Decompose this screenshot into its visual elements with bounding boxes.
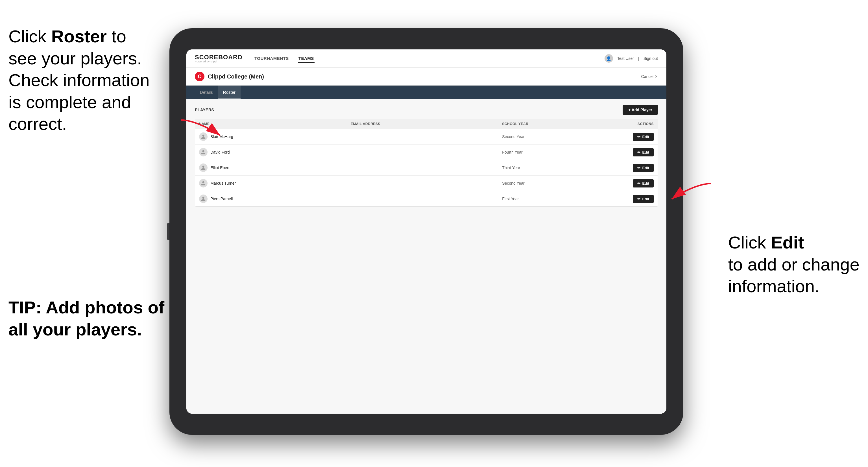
tablet-side-button [167, 223, 169, 240]
player-school-year: First Year [502, 196, 578, 201]
table-row: Marcus Turner Second Year ✏ Edit [195, 176, 658, 191]
edit-label: Edit [642, 150, 649, 154]
players-section: PLAYERS + Add Player NAME EMAIL ADDRESS … [186, 99, 666, 212]
player-name-cell: Piers Parnell [199, 194, 351, 203]
add-player-button[interactable]: + Add Player [623, 105, 658, 115]
user-text: Test User [617, 56, 634, 61]
avatar-icon [201, 165, 206, 170]
tablet-device: SCOREBOARD Powered by clippi TOURNAMENTS… [169, 28, 683, 435]
player-name: David Ford [210, 150, 229, 154]
player-avatar [199, 179, 208, 187]
table-row: Elliot Ebert Third Year ✏ Edit [195, 160, 658, 176]
user-icon: 👤 [604, 54, 613, 63]
roster-bold: Roster [52, 27, 107, 46]
team-title-left: C Clippd College (Men) [195, 72, 264, 81]
actions-cell: ✏ Edit [578, 179, 654, 187]
table-row: Blair McHarg Second Year ✏ Edit [195, 129, 658, 145]
player-name-cell: Marcus Turner [199, 179, 351, 187]
sign-out-link[interactable]: Sign out [644, 56, 658, 61]
edit-button[interactable]: ✏ Edit [633, 133, 654, 141]
team-title-bar: C Clippd College (Men) Cancel ✕ [186, 68, 666, 86]
scoreboard-logo: SCOREBOARD Powered by clippi [195, 54, 243, 63]
instruction-right: Click Editto add or changeinformation. [728, 231, 860, 297]
edit-bold: Edit [771, 232, 804, 252]
instruction-left: Click Roster tosee your players.Check in… [8, 25, 150, 135]
player-avatar [199, 148, 208, 156]
player-school-year: Fourth Year [502, 150, 578, 154]
pencil-icon: ✏ [637, 150, 641, 154]
tablet-screen: SCOREBOARD Powered by clippi TOURNAMENTS… [186, 50, 666, 414]
players-header: PLAYERS + Add Player [195, 105, 658, 115]
nav-teams[interactable]: TEAMS [298, 55, 315, 63]
cancel-button[interactable]: Cancel ✕ [641, 74, 658, 79]
actions-cell: ✏ Edit [578, 148, 654, 156]
pink-arrow-edit [669, 181, 714, 203]
col-email: EMAIL ADDRESS [351, 122, 502, 126]
edit-label: Edit [642, 197, 649, 201]
table-row: Piers Parnell First Year ✏ Edit [195, 191, 658, 207]
player-avatar [199, 163, 208, 172]
edit-button[interactable]: ✏ Edit [633, 195, 654, 203]
avatar-icon [201, 150, 206, 155]
pencil-icon: ✏ [637, 181, 641, 186]
edit-label: Edit [642, 166, 649, 170]
player-school-year: Second Year [502, 134, 578, 139]
logo-sub-text: Powered by clippi [195, 60, 243, 63]
player-name-cell: Elliot Ebert [199, 163, 351, 172]
player-name: Piers Parnell [210, 196, 233, 201]
header-right: 👤 Test User | Sign out [604, 54, 658, 63]
player-name: Marcus Turner [210, 181, 236, 186]
nav-tournaments[interactable]: TOURNAMENTS [254, 55, 289, 63]
edit-button[interactable]: ✏ Edit [633, 179, 654, 187]
pink-arrow-roster [178, 117, 223, 140]
actions-cell: ✏ Edit [578, 195, 654, 203]
col-actions: ACTIONS [578, 122, 654, 126]
tabs-bar: Details Roster [186, 86, 666, 99]
player-school-year: Second Year [502, 181, 578, 186]
edit-button[interactable]: ✏ Edit [633, 164, 654, 172]
pencil-icon: ✏ [637, 197, 641, 201]
player-school-year: Third Year [502, 165, 578, 170]
app-header: SCOREBOARD Powered by clippi TOURNAMENTS… [186, 50, 666, 68]
page-wrapper: Click Roster tosee your players.Check in… [0, 0, 868, 467]
actions-cell: ✏ Edit [578, 164, 654, 172]
edit-label: Edit [642, 135, 649, 139]
table-header: NAME EMAIL ADDRESS SCHOOL YEAR ACTIONS [195, 119, 658, 129]
edit-button[interactable]: ✏ Edit [633, 148, 654, 156]
pencil-icon: ✏ [637, 135, 641, 139]
tip-text: TIP: Add photos ofall your players. [8, 297, 164, 340]
header-left: SCOREBOARD Powered by clippi TOURNAMENTS… [195, 54, 315, 63]
edit-label: Edit [642, 181, 649, 186]
player-name: Elliot Ebert [210, 165, 229, 170]
team-logo: C [195, 72, 205, 81]
players-label: PLAYERS [195, 107, 214, 112]
pencil-icon: ✏ [637, 166, 641, 170]
player-name-cell: David Ford [199, 148, 351, 156]
col-school-year: SCHOOL YEAR [502, 122, 578, 126]
header-nav: TOURNAMENTS TEAMS [254, 55, 315, 63]
team-name: Clippd College (Men) [208, 73, 264, 80]
actions-cell: ✏ Edit [578, 133, 654, 141]
content-area: PLAYERS + Add Player NAME EMAIL ADDRESS … [186, 99, 666, 414]
logo-main-text: SCOREBOARD [195, 54, 243, 60]
tab-roster[interactable]: Roster [218, 86, 241, 99]
players-table: NAME EMAIL ADDRESS SCHOOL YEAR ACTIONS [195, 119, 658, 207]
header-divider: | [638, 56, 639, 61]
tab-details[interactable]: Details [195, 86, 218, 99]
avatar-icon [201, 181, 206, 186]
table-row: David Ford Fourth Year ✏ Edit [195, 145, 658, 160]
player-avatar [199, 194, 208, 203]
avatar-icon [201, 196, 206, 201]
